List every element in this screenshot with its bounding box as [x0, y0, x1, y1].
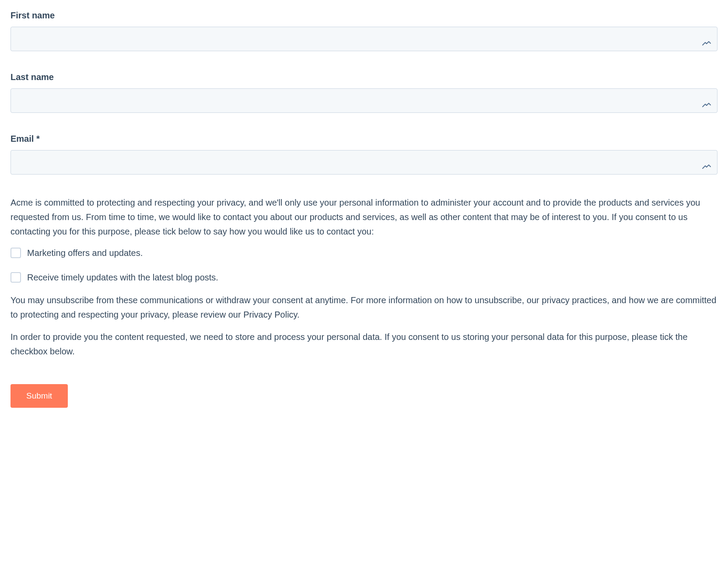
- marketing-checkbox[interactable]: [10, 248, 21, 258]
- first-name-label: First name: [10, 10, 718, 21]
- unsubscribe-text: You may unsubscribe from these communica…: [10, 293, 718, 322]
- first-name-field-group: First name: [10, 10, 718, 51]
- first-name-input-wrapper: [10, 27, 718, 51]
- checkbox-item-marketing: Marketing offers and updates.: [10, 248, 718, 258]
- email-label: Email *: [10, 134, 718, 144]
- privacy-section: Acme is committed to protecting and resp…: [10, 196, 718, 359]
- submit-button[interactable]: Submit: [10, 384, 68, 408]
- last-name-label: Last name: [10, 72, 718, 82]
- last-name-input-wrapper: [10, 88, 718, 113]
- last-name-input[interactable]: [10, 88, 718, 113]
- blog-updates-checkbox[interactable]: [10, 272, 21, 283]
- consent-text: In order to provide you the content requ…: [10, 330, 718, 359]
- blog-updates-checkbox-label[interactable]: Receive timely updates with the latest b…: [27, 273, 218, 283]
- email-field-group: Email *: [10, 134, 718, 175]
- first-name-input[interactable]: [10, 27, 718, 51]
- consent-checkbox-group: Marketing offers and updates. Receive ti…: [10, 248, 718, 283]
- marketing-checkbox-label[interactable]: Marketing offers and updates.: [27, 248, 143, 258]
- checkbox-item-blog: Receive timely updates with the latest b…: [10, 272, 718, 283]
- email-input[interactable]: [10, 150, 718, 175]
- form-container: First name Last name Email *: [10, 10, 718, 408]
- email-input-wrapper: [10, 150, 718, 175]
- privacy-intro-text: Acme is committed to protecting and resp…: [10, 196, 718, 239]
- last-name-field-group: Last name: [10, 72, 718, 113]
